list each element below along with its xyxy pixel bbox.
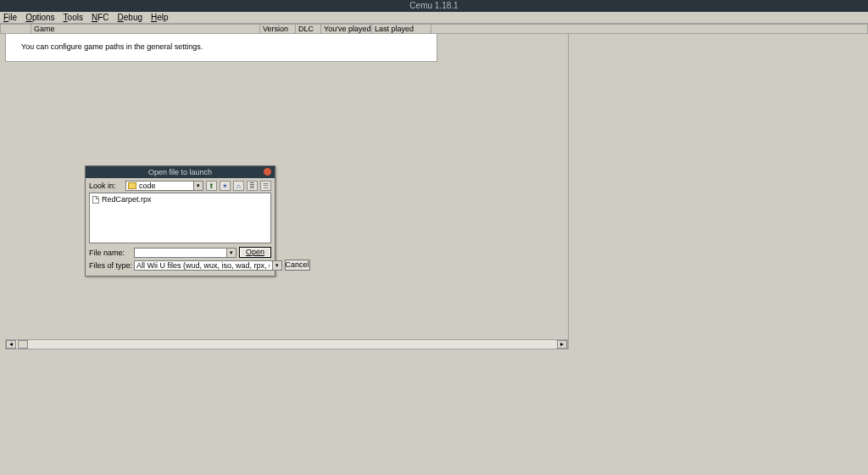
document-icon [92, 196, 99, 204]
scroll-right-arrow-icon[interactable]: ▸ [557, 340, 567, 349]
file-item-label: RedCarpet.rpx [102, 195, 152, 204]
scroll-track[interactable] [28, 340, 557, 349]
view-list-icon[interactable]: ≣ [247, 181, 258, 191]
look-in-combo[interactable]: code ▾ [125, 181, 203, 191]
scroll-left-arrow-icon[interactable]: ◂ [6, 340, 16, 349]
open-button-label: Open [246, 248, 264, 256]
view-details-icon[interactable]: ☰ [260, 181, 271, 191]
new-folder-icon[interactable]: ✶ [220, 181, 231, 191]
scroll-thumb[interactable] [18, 340, 28, 349]
folder-icon [128, 182, 136, 189]
open-file-dialog: Open file to launch Look in: code ▾ ⬆ ✶ … [85, 165, 275, 277]
file-list-item[interactable]: RedCarpet.rpx [92, 195, 268, 204]
file-name-label: File name: [89, 249, 131, 257]
gamelist-col-dlc[interactable]: DLC [295, 24, 320, 34]
menu-file[interactable]: File [3, 12, 17, 23]
dialog-title: Open file to launch [148, 168, 212, 176]
gamelist-body: You can configure game paths in the gene… [5, 34, 437, 62]
window-title: Cemu 1.18.1 [409, 1, 458, 10]
home-icon[interactable]: ⌂ [233, 181, 244, 191]
menu-nfc[interactable]: NFC [92, 12, 109, 23]
gamelist-header: Game Version DLC You've played Last play… [0, 24, 868, 34]
menu-options[interactable]: Options [25, 12, 54, 23]
look-in-value: code [139, 182, 156, 190]
file-type-combo[interactable]: All Wii U files (wud, wux, iso, wad, rpx… [134, 260, 282, 271]
look-in-label: Look in: [89, 182, 123, 190]
file-list[interactable]: RedCarpet.rpx [89, 193, 271, 243]
open-button[interactable]: Open [239, 247, 271, 258]
gamelist-col-blank[interactable] [0, 24, 31, 34]
gamelist-col-game[interactable]: Game [31, 24, 259, 34]
file-type-value: All Wii U files (wud, wux, iso, wad, rpx… [136, 261, 270, 270]
file-type-label: Files of type: [89, 261, 131, 270]
gamelist-col-youveplayed[interactable]: You've played [320, 24, 371, 34]
go-up-icon[interactable]: ⬆ [206, 181, 217, 191]
dialog-titlebar[interactable]: Open file to launch [86, 166, 275, 178]
content-pane: You can configure game paths in the gene… [0, 34, 868, 475]
chevron-down-icon[interactable]: ▾ [272, 261, 281, 270]
window-titlebar: Cemu 1.18.1 [0, 0, 868, 12]
chevron-down-icon[interactable]: ▾ [193, 182, 203, 190]
file-name-input[interactable]: ▾ [134, 248, 236, 258]
gamelist-hscrollbar[interactable]: ◂ ▸ [5, 339, 568, 349]
gamelist-col-version[interactable]: Version [259, 24, 295, 34]
close-icon[interactable] [264, 168, 271, 176]
menu-help[interactable]: Help [151, 12, 169, 23]
menu-tools[interactable]: Tools [64, 12, 83, 23]
render-area-divider [568, 34, 569, 349]
gamelist-col-filler [431, 24, 868, 34]
cancel-button[interactable]: Cancel [285, 260, 310, 271]
gamelist-empty-hint: You can configure game paths in the gene… [21, 42, 203, 51]
gamelist-col-lastplayed[interactable]: Last played [371, 24, 431, 34]
chevron-down-icon[interactable]: ▾ [226, 249, 236, 257]
menubar: File Options Tools NFC Debug Help [0, 12, 868, 24]
menu-debug[interactable]: Debug [118, 12, 142, 23]
